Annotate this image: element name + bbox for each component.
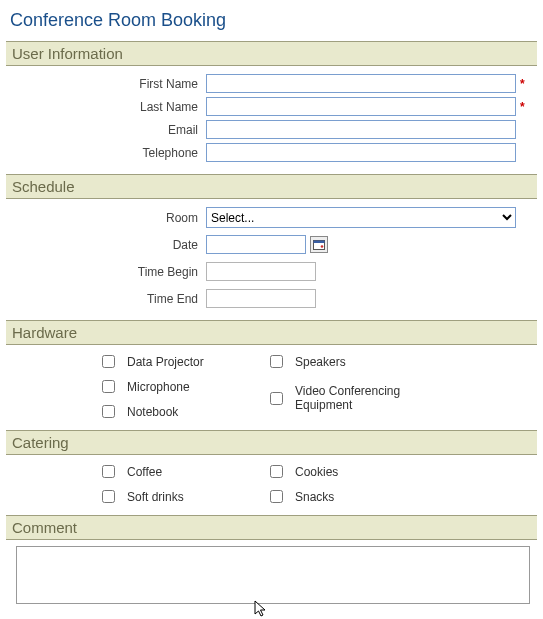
required-marker: * (520, 77, 525, 91)
checkbox-snacks[interactable] (270, 490, 283, 503)
checkbox-coffee[interactable] (102, 465, 115, 478)
required-marker: * (520, 100, 525, 114)
checkbox-label: Cookies (295, 465, 338, 479)
section-header-catering: Catering (6, 430, 537, 455)
checkbox-label: Notebook (127, 405, 178, 419)
checkbox-label: Video Conferencing Equipment (295, 384, 445, 412)
checkbox-data-projector[interactable] (102, 355, 115, 368)
svg-point-2 (321, 245, 324, 248)
time-end-input[interactable] (206, 289, 316, 308)
date-input[interactable] (206, 235, 306, 254)
calendar-icon[interactable] (310, 236, 328, 253)
section-header-schedule: Schedule (6, 174, 537, 199)
checkbox-soft-drinks[interactable] (102, 490, 115, 503)
room-label: Room (6, 211, 206, 225)
first-name-label: First Name (6, 77, 206, 91)
time-begin-input[interactable] (206, 262, 316, 281)
checkbox-speakers[interactable] (270, 355, 283, 368)
catering-left-column: Coffee Soft drinks (6, 459, 266, 509)
checkbox-notebook[interactable] (102, 405, 115, 418)
page-title: Conference Room Booking (6, 6, 537, 41)
telephone-input[interactable] (206, 143, 516, 162)
time-begin-label: Time Begin (6, 265, 206, 279)
email-input[interactable] (206, 120, 516, 139)
email-label: Email (6, 123, 206, 137)
room-select[interactable]: Select... (206, 207, 516, 228)
checkbox-cookies[interactable] (270, 465, 283, 478)
checkbox-microphone[interactable] (102, 380, 115, 393)
last-name-input[interactable] (206, 97, 516, 116)
hardware-left-column: Data Projector Microphone Notebook (6, 349, 266, 424)
checkbox-label: Coffee (127, 465, 162, 479)
checkbox-label: Data Projector (127, 355, 204, 369)
checkbox-label: Snacks (295, 490, 334, 504)
catering-right-column: Cookies Snacks (266, 459, 516, 509)
hardware-right-column: Speakers Video Conferencing Equipment (266, 349, 516, 424)
checkbox-video-conferencing[interactable] (270, 392, 283, 405)
checkbox-label: Soft drinks (127, 490, 184, 504)
section-header-user-info: User Information (6, 41, 537, 66)
telephone-label: Telephone (6, 146, 206, 160)
last-name-label: Last Name (6, 100, 206, 114)
section-header-comment: Comment (6, 515, 537, 540)
svg-rect-1 (314, 241, 325, 244)
section-header-hardware: Hardware (6, 320, 537, 345)
time-end-label: Time End (6, 292, 206, 306)
checkbox-label: Microphone (127, 380, 190, 394)
comment-textarea[interactable] (16, 546, 530, 604)
checkbox-label: Speakers (295, 355, 346, 369)
date-label: Date (6, 238, 206, 252)
first-name-input[interactable] (206, 74, 516, 93)
